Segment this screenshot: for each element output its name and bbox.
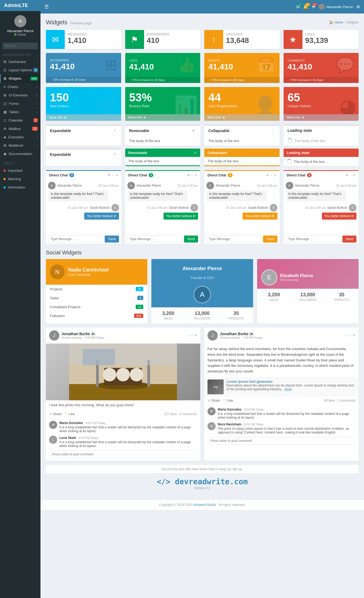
page-header: Widgets Preview page 🏠 Home › Widgets xyxy=(46,19,359,26)
stat-unique-visitors: 65 Unique Visitors ◕ More info ⊕ xyxy=(284,87,359,121)
chat-input-1[interactable] xyxy=(48,236,103,243)
chat-tool-btn-3b[interactable]: − xyxy=(270,173,272,177)
breadcrumb-home-link[interactable]: Home xyxy=(335,21,343,24)
chat-input-4[interactable] xyxy=(286,236,341,243)
gear-btn[interactable]: ⚙ xyxy=(356,4,360,9)
uploads-label: UPLOADS xyxy=(226,32,277,36)
sidebar-item-forms[interactable]: ◫Forms ‹ xyxy=(0,99,40,108)
chat-input-2[interactable] xyxy=(127,236,182,243)
sidebar-item-tables[interactable]: ▦Tables ‹ xyxy=(0,108,40,116)
stat-footer4[interactable]: More info ⊕ xyxy=(284,114,359,121)
colored-box-header3: EVENTS 41,410 📅 xyxy=(204,53,280,77)
post-header-1: J Jonathan Burke Jr. Shared publicly · 7… xyxy=(46,328,200,344)
box-body-text: The body of the box xyxy=(129,139,160,143)
sidebar-item-dashboard[interactable]: ⊞Dashboard ‹ xyxy=(0,58,40,66)
chat-msg-info-right-3: S Sarah Bullock 23 Jan 2:05 pm xyxy=(206,204,277,211)
post-card-1: J Jonathan Burke Jr. Shared publicly · 7… xyxy=(46,328,200,461)
chat-tool-btn-3a[interactable]: ⊕ xyxy=(266,173,269,177)
breadcrumb: 🏠 Home › Widgets xyxy=(329,21,359,24)
colored-box-likes: LIKES 41,410 👍 ↑ 70% Increase in 30 Days xyxy=(125,53,200,83)
comment-body-1a: Maria Gonzales 8:03 PM Today It is a lon… xyxy=(59,421,197,433)
chat-input-3[interactable] xyxy=(206,236,261,243)
box-close-btn-1[interactable]: ✕ xyxy=(191,128,196,133)
stat-footer3[interactable]: More info ⊕ xyxy=(204,114,280,121)
sidebar-item-calendar[interactable]: ◻Calendar 3 xyxy=(0,116,40,125)
sidebar-label-information[interactable]: Information xyxy=(0,183,40,192)
box-header-collapsable-1: Collapsable − xyxy=(204,126,280,136)
box-close-btn-green[interactable]: ✕ xyxy=(194,151,197,155)
messages-label: MESSAGES xyxy=(67,32,118,36)
box-title-green: Removable xyxy=(128,151,147,155)
post-like-btn-2[interactable]: ♡ Like xyxy=(223,399,233,402)
stat-footer2[interactable]: More info ⊕ xyxy=(125,114,200,121)
sidebar-item-mailbox[interactable]: ✉Mailbox 12 xyxy=(0,125,40,133)
examples-arrow: ‹ xyxy=(37,136,38,139)
chat-send-btn-4[interactable]: Send xyxy=(342,236,356,243)
post-share-btn-1[interactable]: ↗ Share xyxy=(49,412,62,416)
footer-company-link[interactable]: Almaeed Studio xyxy=(193,503,216,507)
post-share-btn-2[interactable]: ↗ Share xyxy=(207,399,220,402)
sidebar-item-multilevel[interactable]: ⊞Multilevel ‹ xyxy=(0,141,40,150)
post-tool-2c[interactable]: ✕ xyxy=(353,334,355,337)
post-like-btn-1[interactable]: ♡ Like xyxy=(65,412,75,416)
sidebar-label-important[interactable]: Important xyxy=(0,166,40,175)
sidebar-item-charts[interactable]: ≡Charts ‹ xyxy=(0,83,40,91)
chat-tool-btn-4c[interactable]: ✕ xyxy=(353,173,355,177)
chat-send-btn-1[interactable]: Send xyxy=(105,236,119,243)
box-collapse-btn-orange[interactable]: − xyxy=(274,151,276,155)
comment-input-1[interactable] xyxy=(49,451,197,458)
search-input[interactable] xyxy=(3,43,38,49)
post-tool-2b[interactable]: − xyxy=(349,334,351,337)
chat-tool-btn-2a[interactable]: ⊕ xyxy=(187,173,190,177)
comment-input-2[interactable] xyxy=(207,437,355,445)
sidebar-label-warning[interactable]: Warning xyxy=(0,175,40,183)
main-content: Widgets Preview page 🏠 Home › Widgets ✉ … xyxy=(40,14,364,499)
navbar-toggle-btn[interactable]: ☰ xyxy=(45,4,49,10)
chat-tool-btn-1b[interactable]: − xyxy=(112,173,114,177)
comment-item-1a: M Maria Gonzales 8:03 PM Today It is a l… xyxy=(49,421,197,433)
chat-tool-btn-1c[interactable]: ✕ xyxy=(115,173,118,177)
social-widget-header-elizabeth: E Elizabeth Pierce Web Designer xyxy=(257,259,359,289)
notifications-btn[interactable]: 🔔 15 xyxy=(303,4,308,9)
post-tool-1c[interactable]: ✕ xyxy=(194,334,197,337)
chat-badge-4: 2 xyxy=(307,173,312,177)
tasks-badge: 12 xyxy=(312,3,317,6)
chat-tool-btn-4a[interactable]: ⊕ xyxy=(346,173,348,177)
sidebar-item-ui-elements[interactable]: ⊞UI Elements ‹ xyxy=(0,91,40,99)
attachment-more-link[interactable]: more xyxy=(284,387,292,391)
stat-footer[interactable]: More info ⊕ xyxy=(46,114,121,121)
chat-send-btn-3[interactable]: Send xyxy=(263,236,277,243)
box-add-btn-1[interactable]: + xyxy=(112,128,117,133)
sidebar-item-layout[interactable]: ⊡Layout Options 4 xyxy=(0,66,40,74)
tasks-btn[interactable]: ⚑ 12 xyxy=(312,4,315,9)
chat-tool-btn-4b[interactable]: − xyxy=(350,173,351,177)
chat-msg-name-2: Alexander Pierce xyxy=(137,184,161,187)
post-tool-2a[interactable]: ○ xyxy=(346,334,348,337)
messages-btn[interactable]: ✉ 4 xyxy=(296,4,300,9)
navbar-user[interactable]: Alexander Pierce xyxy=(319,4,353,10)
sidebar-item-examples[interactable]: ◈Examples ‹ xyxy=(0,133,40,141)
chat-send-btn-2[interactable]: Send xyxy=(184,236,198,243)
social-section-title: Social Widgets xyxy=(46,250,359,256)
chat-tool-btn-2b[interactable]: − xyxy=(191,173,193,177)
box-add-btn-2[interactable]: + xyxy=(112,152,117,157)
post-tool-1a[interactable]: ○ xyxy=(187,334,189,337)
nav-section-label: MAIN NAVIGATION xyxy=(0,51,40,58)
chat-tool-btn-2c[interactable]: ✕ xyxy=(195,173,197,177)
sidebar-item-widgets[interactable]: ⊞Widgets new xyxy=(0,74,40,83)
uploads-value: 13,648 xyxy=(226,36,249,45)
sidebar-item-documentation[interactable]: ◉Documentation xyxy=(0,150,40,158)
stat-top2: 53% Bounce Rate 📊 xyxy=(125,87,200,114)
information-dot xyxy=(4,186,6,189)
comment-text-1a: It is a long established fact that a rea… xyxy=(59,425,197,433)
svg-rect-10 xyxy=(83,349,115,365)
sidebar-item-label: Widgets xyxy=(9,76,21,80)
chat-msg-info-2: A Alexander Pierce 23 Jan 2:00 pm xyxy=(127,182,198,189)
chat-tool-btn-3c[interactable]: ✕ xyxy=(274,173,276,177)
box-collapse-btn-1[interactable]: − xyxy=(271,128,275,133)
post-tool-1b[interactable]: − xyxy=(191,334,193,337)
colored-icon3: 📅 xyxy=(257,56,275,74)
ad-notice-text: Excuse the ads! We need some help to kee… xyxy=(162,467,243,471)
chat-tool-btn-1a[interactable]: ⊕ xyxy=(108,173,110,177)
colored-icon4: 💬 xyxy=(336,56,355,74)
